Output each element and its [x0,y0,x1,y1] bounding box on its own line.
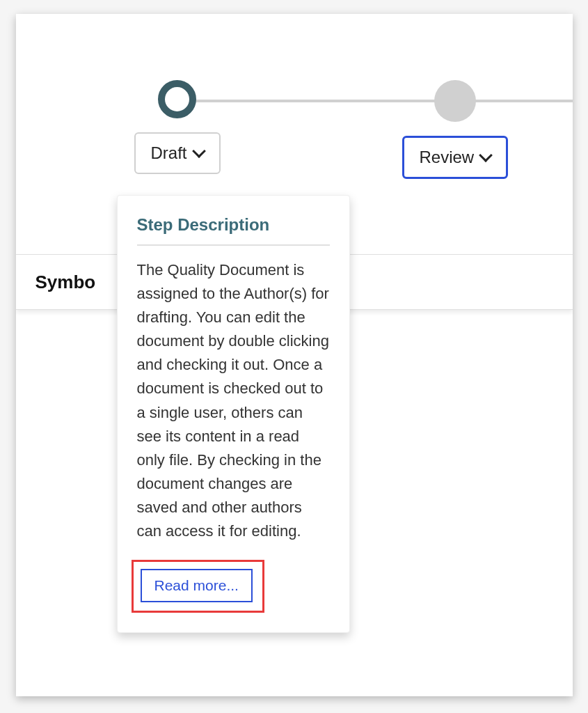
step-draft-label: Draft [151,143,187,163]
step-description-popover: Step Description The Quality Document is… [117,195,350,633]
step-review-label: Review [420,148,475,167]
workflow-stepper: Draft Review [16,14,573,195]
step-review-circle-icon [434,80,476,122]
step-draft-button[interactable]: Draft [134,132,221,174]
step-review: Review [402,80,509,179]
step-review-button[interactable]: Review [402,136,509,179]
step-draft-circle-icon [158,80,196,118]
step-draft: Draft [134,80,221,174]
chevron-down-icon [192,144,206,158]
chevron-down-icon [479,148,493,162]
popover-title: Step Description [137,215,330,246]
read-more-button[interactable]: Read more... [141,569,253,602]
popover-body-text: The Quality Document is assigned to the … [137,258,330,543]
read-more-highlight: Read more... [132,560,264,613]
stepper-connector-line [173,100,573,102]
main-panel: Draft Review Symbo Step Description The … [16,14,573,696]
section-label: Symbo [35,272,96,293]
